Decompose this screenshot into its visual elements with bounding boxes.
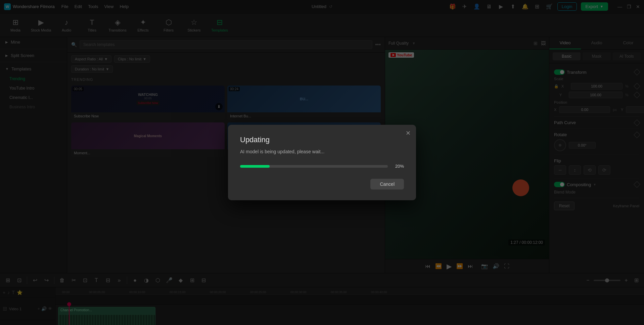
modal-overlay: ✕ Updating AI model is being updated, pl… — [0, 0, 644, 325]
cancel-button[interactable]: Cancel — [370, 179, 404, 189]
progress-bar-fill — [240, 165, 270, 168]
modal-title: Updating — [240, 136, 404, 144]
progress-pct: 20% — [392, 164, 404, 169]
progress-bar-bg — [240, 165, 388, 168]
modal-message: AI model is being updated, please wait..… — [240, 149, 404, 154]
progress-container: 20% — [240, 164, 404, 169]
modal-dialog: ✕ Updating AI model is being updated, pl… — [228, 125, 416, 200]
modal-actions: Cancel — [240, 179, 404, 189]
modal-close-button[interactable]: ✕ — [406, 129, 411, 137]
